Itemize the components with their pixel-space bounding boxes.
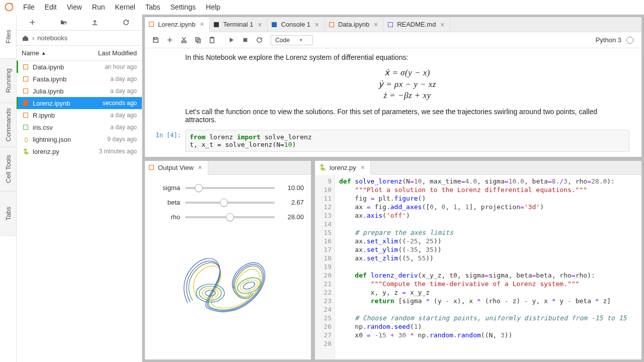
python-icon: 🐍 — [23, 148, 30, 155]
close-icon[interactable]: × — [439, 21, 446, 28]
file-row[interactable]: R.ipynba day ago — [17, 109, 142, 121]
slider-track[interactable] — [185, 216, 275, 218]
tab[interactable]: Data.ipynb× — [325, 17, 384, 32]
file-row[interactable]: Lorenz.ipynbseconds ago — [17, 97, 142, 109]
code-content[interactable]: def solve_lorenz(N=10, max_time=4.0, sig… — [335, 175, 641, 359]
file-name: Lorenz.ipynb — [33, 100, 103, 107]
left-tab-running[interactable]: Running — [0, 59, 16, 103]
sort-asc-icon: ▲ — [41, 50, 46, 56]
notebook-icon — [329, 22, 334, 27]
left-tab-tabs[interactable]: Tabs — [0, 192, 16, 236]
slider-label: rho — [152, 213, 180, 221]
file-row[interactable]: {}lightning.json9 days ago — [17, 133, 142, 145]
markdown-text: Let's call the function once to view the… — [185, 108, 629, 124]
line-number: 23 — [315, 297, 332, 305]
file-list[interactable]: Data.ipynban hour agoFasta.ipynba day ag… — [17, 61, 142, 362]
slider-thumb[interactable] — [220, 199, 228, 207]
slider-rho[interactable]: rho28.00 — [152, 213, 304, 221]
insert-cell-button[interactable] — [163, 34, 176, 46]
tab-output-view[interactable]: Output View × — [145, 161, 208, 175]
notebook-content[interactable]: In this Notebook we explore the Lorenz s… — [145, 48, 641, 157]
stop-button[interactable] — [238, 34, 252, 46]
menu-view[interactable]: View — [62, 1, 87, 13]
file-modified: an hour ago — [105, 63, 137, 70]
new-launcher-button[interactable] — [26, 17, 38, 29]
csv-icon — [23, 125, 28, 130]
file-modified: a day ago — [110, 75, 137, 82]
file-row[interactable]: Fasta.ipynba day ago — [17, 73, 142, 85]
tab[interactable]: Terminal 1× — [210, 17, 268, 32]
slider-beta[interactable]: beta2.67 — [152, 199, 304, 206]
menu-edit[interactable]: Edit — [40, 1, 62, 13]
close-icon[interactable]: × — [359, 164, 366, 171]
menu-tabs[interactable]: Tabs — [140, 1, 166, 13]
svg-rect-8 — [243, 38, 247, 42]
file-modified: 9 days ago — [107, 136, 137, 143]
text-editor[interactable]: 910111213141516171819202122232425262728 … — [315, 175, 641, 359]
file-row[interactable]: Julia.ipynba day ago — [17, 85, 142, 97]
slider-thumb[interactable] — [226, 213, 234, 221]
slider-track[interactable] — [185, 187, 275, 189]
line-number: 11 — [315, 194, 332, 203]
new-folder-button[interactable] — [57, 17, 69, 29]
file-name: Julia.ipynb — [33, 87, 110, 95]
menu-run[interactable]: Run — [87, 1, 110, 13]
breadcrumb[interactable]: › notebooks — [17, 31, 142, 46]
code-input[interactable]: from lorenz import solve_lorenz t, x_t =… — [185, 130, 629, 152]
slider-track[interactable] — [185, 202, 275, 204]
file-row[interactable]: Data.ipynban hour ago — [17, 61, 142, 73]
tab-bar: Lorenz.ipynb×Terminal 1×Console 1×Data.i… — [145, 17, 641, 32]
kernel-name[interactable]: Python 3 — [596, 36, 621, 44]
breadcrumb-item[interactable]: notebooks — [37, 34, 67, 42]
markdown-icon — [388, 22, 393, 27]
svg-point-3 — [184, 41, 186, 43]
menubar: File Edit View Run Kernel Tabs Settings … — [0, 0, 644, 15]
paste-button[interactable] — [205, 34, 218, 46]
menu-kernel[interactable]: Kernel — [110, 1, 140, 13]
menu-settings[interactable]: Settings — [166, 1, 201, 13]
tab[interactable]: Lorenz.ipynb× — [145, 17, 210, 32]
notebook-icon — [149, 165, 154, 170]
python-icon: 🐍 — [319, 164, 327, 171]
tab-lorenz-py[interactable]: 🐍 lorenz.py × — [315, 161, 371, 175]
menu-help[interactable]: Help — [201, 1, 225, 13]
close-icon[interactable]: × — [313, 21, 320, 28]
close-icon[interactable]: × — [198, 21, 205, 28]
left-tab-celltools[interactable]: Cell Tools — [0, 147, 16, 192]
kernel-status-icon[interactable] — [626, 37, 633, 44]
file-name: R.ipynb — [33, 112, 110, 119]
menu-file[interactable]: File — [18, 1, 40, 13]
tab[interactable]: README.md× — [384, 17, 450, 32]
file-list-header[interactable]: Name▲ Last Modified — [17, 46, 142, 61]
upload-button[interactable] — [89, 17, 101, 29]
run-button[interactable] — [224, 34, 237, 46]
tab[interactable]: Console 1× — [268, 17, 325, 32]
notebook-icon — [23, 76, 28, 81]
notebook-icon — [23, 113, 28, 118]
save-button[interactable] — [149, 34, 162, 46]
cut-button[interactable] — [177, 34, 190, 46]
close-icon[interactable]: × — [256, 21, 263, 28]
chevron-down-icon: ▼ — [299, 38, 303, 43]
equations: ẋ = σ(y − x) ẏ = ρx − y − xz ż = −βz + x… — [185, 67, 629, 101]
line-number: 28 — [315, 339, 332, 348]
file-row[interactable]: iris.csva day ago — [17, 121, 142, 133]
cell-type-select[interactable]: Code▼ — [271, 35, 313, 45]
close-icon[interactable]: × — [197, 164, 204, 171]
close-icon[interactable]: × — [372, 21, 379, 28]
input-prompt: In [4]: — [150, 130, 185, 152]
slider-sigma[interactable]: sigma10.00 — [152, 184, 304, 192]
notebook-icon — [149, 22, 154, 27]
slider-value: 28.00 — [280, 213, 304, 221]
refresh-button[interactable] — [120, 17, 132, 29]
copy-button[interactable] — [191, 34, 204, 46]
left-tab-commands[interactable]: Commands — [0, 103, 16, 147]
notebook-icon — [23, 88, 28, 94]
restart-button[interactable] — [253, 34, 266, 46]
slider-thumb[interactable] — [195, 184, 203, 192]
file-row[interactable]: 🐍lorenz.py3 minutes ago — [17, 145, 142, 157]
line-number: 24 — [315, 305, 332, 314]
tab-label: README.md — [397, 21, 436, 28]
code-cell[interactable]: In [4]: from lorenz import solve_lorenz … — [185, 130, 629, 152]
left-tab-files[interactable]: Files — [0, 15, 16, 59]
